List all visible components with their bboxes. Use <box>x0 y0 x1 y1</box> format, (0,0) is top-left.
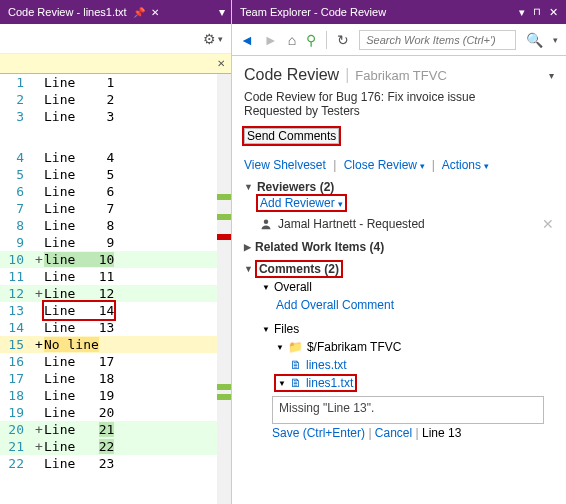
folder-label: $/Fabrikam TFVC <box>307 340 401 354</box>
actions-caret[interactable]: ▾ <box>481 161 489 171</box>
file-link[interactable]: lines1.txt <box>306 376 353 390</box>
code-line[interactable]: 20+Line 21 <box>0 421 231 438</box>
code-line[interactable]: 13Line 14 <box>0 302 231 319</box>
title-caret-icon[interactable]: ▾ <box>549 70 554 81</box>
refresh-icon[interactable]: ↻ <box>337 32 349 48</box>
line-number: 4 <box>0 149 34 166</box>
line-text: Line 14 <box>44 302 114 319</box>
team-explorer-pane: Team Explorer - Code Review ▾ ⊓ ✕ ◄ ► ⌂ … <box>232 0 566 504</box>
code-line[interactable]: 17Line 18 <box>0 370 231 387</box>
add-overall-comment-link[interactable]: Add Overall Comment <box>276 298 394 312</box>
forward-icon[interactable]: ► <box>264 32 278 48</box>
gear-caret-icon[interactable]: ▾ <box>218 34 223 44</box>
pin-icon[interactable]: ⊓ <box>533 6 541 19</box>
home-icon[interactable]: ⌂ <box>288 32 296 48</box>
line-number: 12 <box>0 285 34 302</box>
line-text: Line 1 <box>44 74 114 91</box>
pin-icon[interactable]: 📌 <box>133 7 145 18</box>
remove-reviewer-icon[interactable]: ✕ <box>542 216 554 232</box>
search-caret-icon[interactable]: ▾ <box>553 35 558 45</box>
close-review-caret[interactable]: ▾ <box>417 161 425 171</box>
close-icon[interactable]: ✕ <box>549 6 558 19</box>
code-line[interactable]: 12+Line 12 <box>0 285 231 302</box>
connect-icon[interactable]: ⚲ <box>306 32 316 48</box>
code-area: 1Line 12Line 23Line 34Line 45Line 56Line… <box>0 74 231 504</box>
overall-node[interactable]: ▼ Overall <box>262 278 554 296</box>
line-text: Line 8 <box>44 217 114 234</box>
project-name: Fabrikam TFVC <box>355 68 447 83</box>
line-text: Line 23 <box>44 455 114 472</box>
line-number: 5 <box>0 166 34 183</box>
save-comment-link[interactable]: Save (Ctrl+Enter) <box>272 426 365 440</box>
code-line[interactable]: 7Line 7 <box>0 200 231 217</box>
search-icon[interactable]: 🔍 <box>526 32 543 48</box>
editor-tab[interactable]: Code Review - lines1.txt 📌 ✕ <box>0 0 167 24</box>
actions-link[interactable]: Actions <box>442 158 481 172</box>
related-work-items-header[interactable]: ▶ Related Work Items (4) <box>244 240 554 254</box>
line-number: 11 <box>0 268 34 285</box>
line-number: 6 <box>0 183 34 200</box>
files-node[interactable]: ▼ Files <box>262 320 554 338</box>
overall-label: Overall <box>274 280 312 294</box>
file-icon: 🗎 <box>290 358 302 372</box>
line-number: 13 <box>0 302 34 319</box>
line-number: 19 <box>0 404 34 421</box>
comment-line-status: Line 13 <box>422 426 461 440</box>
code-line[interactable]: 18Line 19 <box>0 387 231 404</box>
code-line[interactable]: 2Line 2 <box>0 91 231 108</box>
search-input[interactable] <box>359 30 516 50</box>
line-text: Line 6 <box>44 183 114 200</box>
line-text: Line 13 <box>44 319 114 336</box>
line-text: Line 17 <box>44 353 114 370</box>
reviewers-header[interactable]: ▼ Reviewers (2) <box>244 180 554 194</box>
file-node-expanded[interactable]: ▼ 🗎 lines1.txt <box>276 374 554 392</box>
file-icon: 🗎 <box>290 376 302 390</box>
close-review-link[interactable]: Close Review <box>344 158 417 172</box>
file-link[interactable]: lines.txt <box>306 358 347 372</box>
line-text: Line 19 <box>44 387 114 404</box>
back-icon[interactable]: ◄ <box>240 32 254 48</box>
code-line[interactable]: 10+line 10 <box>0 251 231 268</box>
close-tab-icon[interactable]: ✕ <box>151 7 159 18</box>
line-number: 16 <box>0 353 34 370</box>
code-line[interactable]: 16Line 17 <box>0 353 231 370</box>
overview-ruler[interactable] <box>217 74 231 504</box>
code-line[interactable]: 19Line 20 <box>0 404 231 421</box>
comments-tree: ▼ Overall Add Overall Comment ▼ Files ▼ … <box>248 278 554 440</box>
code-line[interactable]: 14Line 13 <box>0 319 231 336</box>
triangle-right-icon: ▶ <box>244 242 251 252</box>
comment-text[interactable]: Missing "Line 13". <box>272 396 544 424</box>
code-line[interactable]: 15+No line <box>0 336 231 353</box>
folder-node[interactable]: ▼ 📁 $/Fabrikam TFVC <box>276 338 554 356</box>
related-label: Related Work Items (4) <box>255 240 384 254</box>
gear-icon[interactable]: ⚙ <box>203 31 216 47</box>
triangle-down-icon: ▼ <box>262 283 270 292</box>
code-line[interactable]: 21+Line 22 <box>0 438 231 455</box>
code-line[interactable]: 3Line 3 <box>0 108 231 125</box>
view-shelveset-link[interactable]: View Shelveset <box>244 158 326 172</box>
infobar-close-icon[interactable]: ✕ <box>217 58 225 69</box>
comments-header[interactable]: ▼ Comments (2) <box>244 262 554 276</box>
code-line[interactable]: 4Line 4 <box>0 149 231 166</box>
file-node[interactable]: 🗎 lines.txt <box>290 356 554 374</box>
add-reviewer-link[interactable]: Add Reviewer ▾ <box>258 196 345 210</box>
cancel-comment-link[interactable]: Cancel <box>375 426 412 440</box>
code-line[interactable]: 1Line 1 <box>0 74 231 91</box>
line-text: Line 3 <box>44 108 114 125</box>
diff-marker: + <box>34 438 44 455</box>
code-line[interactable]: 9Line 9 <box>0 234 231 251</box>
team-explorer-title: Team Explorer - Code Review <box>240 6 386 18</box>
code-line[interactable]: 11Line 11 <box>0 268 231 285</box>
code-line[interactable]: 22Line 23 <box>0 455 231 472</box>
reviewers-label: Reviewers (2) <box>257 180 334 194</box>
folder-icon: 📁 <box>288 340 303 354</box>
page-title-row: Code Review | Fabrikam TFVC ▾ <box>244 66 554 84</box>
triangle-down-icon: ▼ <box>244 182 253 192</box>
code-line[interactable]: 5Line 5 <box>0 166 231 183</box>
line-number: 22 <box>0 455 34 472</box>
code-line[interactable]: 6Line 6 <box>0 183 231 200</box>
code-line[interactable]: 8Line 8 <box>0 217 231 234</box>
dropdown-icon[interactable]: ▾ <box>519 6 525 19</box>
send-comments-button[interactable]: Send Comments <box>244 128 339 144</box>
tab-overflow-icon[interactable]: ▾ <box>219 5 225 19</box>
